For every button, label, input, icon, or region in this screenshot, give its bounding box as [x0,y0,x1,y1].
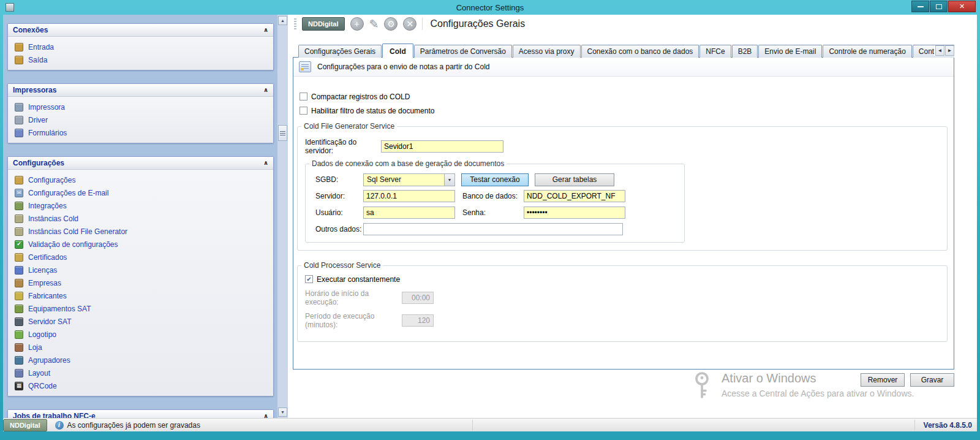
user-row: Usuário: Senha: [315,206,678,219]
sidebar-item-inst-ncias-cold-file-generator[interactable]: Instâncias Cold File Generator [15,225,273,238]
toolbar-drag-handle[interactable] [294,18,296,29]
sidebar-item-qrcode[interactable]: ▦QRCode [15,379,273,392]
group-cold-file-generator: Cold File Generator Service Identificaçã… [297,126,948,251]
sidebar-item-equipamentos-sat[interactable]: Equipamentos SAT [15,302,273,315]
sidebar-item-certificados[interactable]: Certificados [15,251,273,264]
statusbar: NDDigital i As configurações já podem se… [3,418,977,431]
checkbox[interactable]: ✔ [300,107,307,115]
tab-label: NFCe [706,47,725,56]
sidebar-item-label: Empresas [28,279,61,287]
checkbox-label: Executar constantemente [317,275,400,284]
tab-area: Configurações GeraisColdParâmetros de Co… [293,43,954,370]
sidebar-item-entrada[interactable]: Entrada [15,40,273,53]
sidebar-item-integra-es[interactable]: Integrações [15,199,273,212]
panel-header[interactable]: Jobs de trabalho NFC-e∧ [8,410,273,418]
tab-scroll-right-button[interactable]: ► [945,45,954,56]
create-tables-button[interactable]: Gerar tabelas [535,173,614,186]
add-button[interactable]: + [350,17,364,31]
tab-cold[interactable]: Cold [382,44,413,58]
sidebar-item-fabricantes[interactable]: Fabricantes [15,289,273,302]
save-button[interactable]: Gravar [910,373,954,387]
cancel-icon: ✕ [407,20,414,28]
sidebar-item-configura-es-de-e-mail[interactable]: ✉Configurações de E-mail [15,186,273,199]
sidebar-item-servidor-sat[interactable]: Servidor SAT [15,315,273,328]
server-id-input[interactable] [381,140,503,153]
sidebar-panel-jobs-de-trabalho-nfc-e: Jobs de trabalho NFC-e∧ [7,409,274,418]
cold-instances-icon [15,214,23,223]
sidebar-item-driver[interactable]: Driver [15,113,273,126]
sat-server-icon [15,317,23,326]
sidebar-item-impressora[interactable]: Impressora [15,101,273,113]
panel-header[interactable]: Impressoras∧ [8,84,273,97]
edit-button[interactable]: ✎ [369,18,379,30]
sidebar-item-label: QRCode [28,382,57,390]
tab-scroll-left-button[interactable]: ◄ [935,45,944,56]
collapse-chevron-icon[interactable]: ∧ [263,27,268,33]
app-icon [6,3,14,12]
dropdown-button[interactable]: ▼ [444,174,454,186]
tab-label: Acesso via proxy [519,47,575,56]
sgbd-select[interactable]: Sql Server ▼ [363,173,455,186]
sidebar-item-label: Instâncias Cold File Generator [28,227,127,236]
test-connection-button[interactable]: Testar conexão [461,173,529,186]
user-input[interactable] [363,207,455,219]
server-row: Servidor: Banco de dados: [315,189,678,203]
password-input[interactable] [524,207,625,219]
collapse-chevron-icon[interactable]: ∧ [263,413,268,418]
collapse-chevron-icon[interactable]: ∧ [263,87,268,93]
sidebar-item-logotipo[interactable]: Logotipo [15,328,273,341]
maximize-button[interactable] [930,1,948,12]
tab-envio-de-e-mail[interactable]: Envio de E-mail [758,45,822,58]
sidebar-item-formul-rios[interactable]: Formulários [15,126,273,139]
tab-acesso-via-proxy[interactable]: Acesso via proxy [513,45,581,58]
field-label: Identificação do servidor: [305,138,381,155]
panel-title: Jobs de trabalho NFC-e [13,412,96,418]
option-habilitar-filtro[interactable]: ✔ Habilitar filtro de status de document… [300,106,954,115]
period-input [402,314,434,327]
sidebar-item-label: Agrupadores [28,356,70,365]
cancel-button[interactable]: ✕ [403,17,417,31]
tab-label: Controle de numeração [829,47,905,56]
tab-configura-es-gerais[interactable]: Configurações Gerais [298,45,382,58]
option-compactar-registros[interactable]: ✔ Compactar registros do COLD [300,92,954,101]
tab-par-metros-de-convers-o[interactable]: Parâmetros de Conversão [414,45,512,58]
close-button[interactable]: ✕ [948,1,976,12]
sidebar-item-layout[interactable]: Layout [15,366,273,379]
option-executar-constantemente[interactable]: ✔ Executar constantemente [305,275,941,284]
scroll-down-button[interactable]: ▼ [278,408,287,417]
sidebar-item-agrupadores[interactable]: Agrupadores [15,354,273,366]
tab-nfce[interactable]: NFCe [699,45,731,58]
checkbox[interactable]: ✔ [305,275,313,283]
collapse-chevron-icon[interactable]: ∧ [263,160,268,166]
sidebar-item-empresas[interactable]: Empresas [15,276,273,289]
panel-header[interactable]: Conexões∧ [8,24,273,37]
status-message: As configurações já podem ser gravadas [67,421,200,430]
driver-icon [15,116,23,124]
splitter-grip[interactable] [278,125,287,141]
watermark-title: Ativar o Windows [722,371,914,385]
panel-header[interactable]: Configurações∧ [8,157,273,170]
integrations-icon [15,202,23,210]
tab-b2b[interactable]: B2B [732,45,758,58]
settings-button[interactable]: ⚙ [384,17,398,31]
checkbox[interactable]: ✔ [300,93,307,101]
tab-conex-o-com-o-banco-de-dados[interactable]: Conexão com o banco de dados [581,45,699,58]
scroll-up-button[interactable]: ▲ [278,16,287,25]
group-title: Cold File Generator Service [301,122,397,131]
sidebar-item-valida-o-de-configura-es[interactable]: ✔Validação de configurações [15,238,273,251]
sidebar-item-configura-es[interactable]: Configurações [15,173,273,186]
sidebar-item-licen-as[interactable]: Licenças [15,264,273,276]
options: ✔ Compactar registros do COLD ✔ Habilita… [300,92,954,115]
sidebar-item-loja[interactable]: Loja [15,341,273,354]
plus-icon: + [354,20,359,28]
database-input[interactable] [524,190,625,202]
server-input[interactable] [363,190,455,202]
sidebar-item-inst-ncias-cold[interactable]: Instâncias Cold [15,212,273,225]
minimize-button[interactable] [911,1,929,12]
tab-controle-de-numera-o[interactable]: Controle de numeração [823,45,911,58]
pencil-icon: ✎ [369,18,379,31]
sidebar-item-sa-da[interactable]: Saída [15,53,273,66]
window-controls: ✕ [911,1,976,12]
other-data-input[interactable] [363,223,623,235]
sidebar-item-label: Driver [28,116,48,124]
